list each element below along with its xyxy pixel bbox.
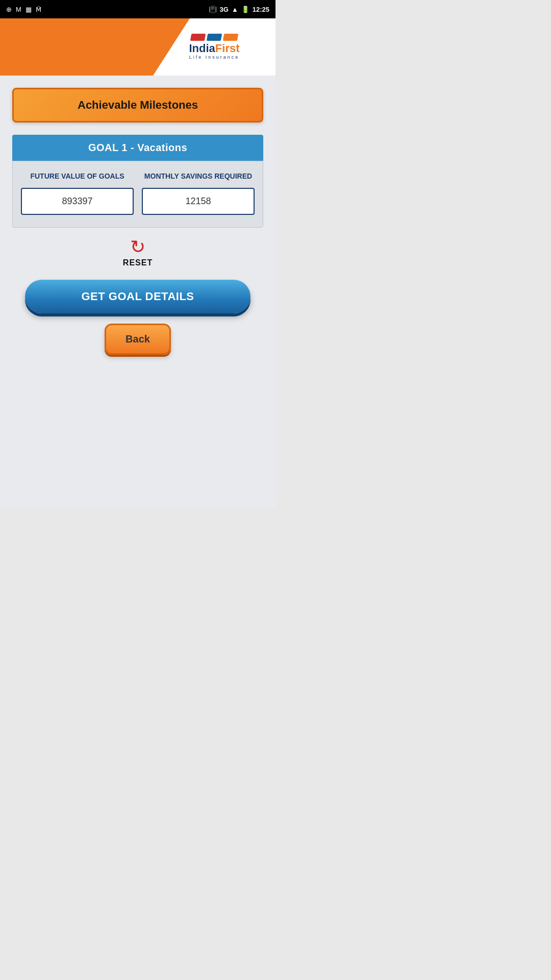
- brand-tagline: Life Insurance: [189, 55, 240, 60]
- status-icons: ⊕ M ▦ M̈: [6, 6, 41, 13]
- main-content: Achievable Milestones GOAL 1 - Vacations…: [0, 76, 276, 508]
- get-goal-details-button[interactable]: GET GOAL DETAILS: [25, 280, 251, 313]
- goal-header-bar: GOAL 1 - Vacations: [12, 135, 263, 161]
- flag-orange: [223, 34, 238, 41]
- future-value-label: FUTURE VALUE OF GOALS: [30, 172, 124, 181]
- vibrate-icon: 📳: [209, 6, 217, 13]
- back-button[interactable]: Back: [105, 324, 171, 355]
- values-row: FUTURE VALUE OF GOALS MONTHLY SAVINGS RE…: [21, 172, 255, 215]
- achievable-milestones-button[interactable]: Achievable Milestones: [12, 88, 263, 122]
- reset-icon: ↻: [130, 238, 145, 256]
- goal-title: GOAL 1 - Vacations: [88, 142, 187, 153]
- monthly-savings-col: MONTHLY SAVINGS REQUIRED: [142, 172, 255, 215]
- battery-icon: 🔋: [241, 6, 249, 13]
- whatsapp-icon: ⊕: [6, 6, 12, 13]
- gmail-icon: M: [16, 6, 21, 13]
- image-icon: ▦: [26, 6, 32, 13]
- reset-label: RESET: [123, 258, 153, 267]
- logo-flags: [191, 34, 238, 41]
- future-value-col: FUTURE VALUE OF GOALS: [21, 172, 134, 215]
- future-value-input[interactable]: [21, 188, 134, 215]
- network-label: 3G: [220, 6, 229, 13]
- monthly-savings-input[interactable]: [142, 188, 255, 215]
- app-header: IndiaFirst Life Insurance: [0, 18, 276, 76]
- status-bar: ⊕ M ▦ M̈ 📳 3G ▲ 🔋 12:25: [0, 0, 276, 18]
- flag-blue: [207, 34, 222, 41]
- values-section: FUTURE VALUE OF GOALS MONTHLY SAVINGS RE…: [12, 161, 263, 228]
- status-info: 📳 3G ▲ 🔋 12:25: [209, 6, 269, 13]
- flag-red: [190, 34, 206, 41]
- time-display: 12:25: [253, 6, 269, 13]
- inbox-icon: M̈: [36, 6, 41, 13]
- brand-logo: IndiaFirst Life Insurance: [163, 23, 265, 69]
- reset-button[interactable]: ↻ RESET: [12, 238, 263, 267]
- brand-name: IndiaFirst: [189, 43, 239, 54]
- signal-icon: ▲: [232, 6, 238, 13]
- monthly-savings-label: MONTHLY SAVINGS REQUIRED: [144, 172, 252, 181]
